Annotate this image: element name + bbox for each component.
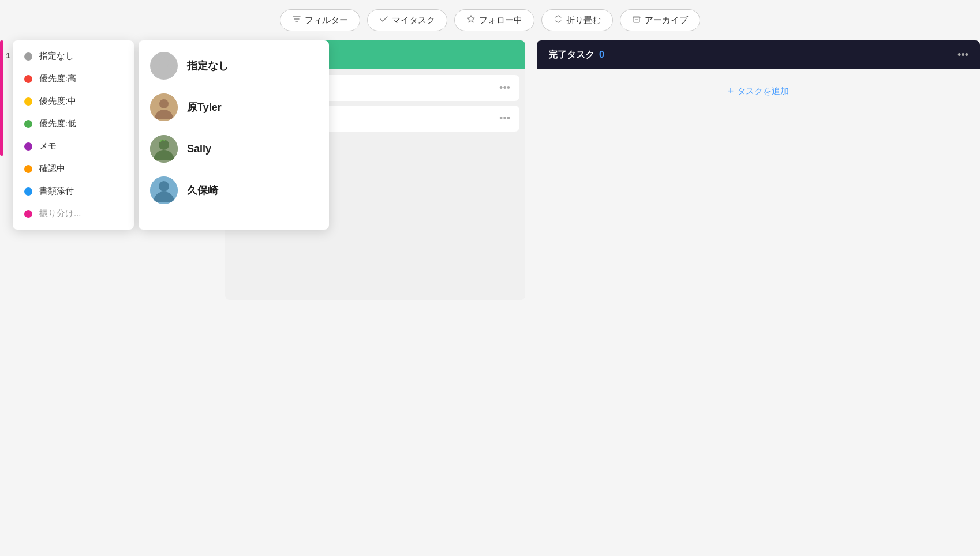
avatar-none: [150, 52, 178, 80]
star-icon: [466, 14, 476, 26]
follow-label: フォロー中: [479, 15, 522, 26]
person-item-kubosaki[interactable]: 久保崎: [139, 170, 329, 211]
right-column: 完了タスク 0 ••• + タスクを追加: [537, 40, 980, 300]
dropdown-container: 指定なし 優先度:高 優先度:中 優先度:低 メモ 確認中 書類添付 振り分け: [13, 40, 329, 230]
add-task-label: タスクを追加: [737, 86, 789, 97]
task-dots-2[interactable]: •••: [499, 112, 510, 125]
fold-icon: [553, 14, 563, 26]
person-name-kubosaki: 久保崎: [187, 183, 218, 197]
right-column-dots[interactable]: •••: [957, 49, 968, 61]
svg-point-7: [159, 181, 169, 191]
dot-high: [24, 75, 32, 83]
dot-memo: [24, 142, 32, 151]
avatar-kubosaki: [150, 176, 178, 204]
right-column-header: 完了タスク 0 •••: [537, 40, 980, 69]
dropdown-item-confirm[interactable]: 確認中: [13, 157, 134, 180]
add-task-plus-icon: +: [728, 85, 734, 97]
add-task-button[interactable]: + タスクを追加: [719, 81, 799, 102]
filter-label: フィルター: [305, 15, 348, 26]
svg-rect-0: [633, 17, 640, 18]
svg-point-5: [159, 140, 169, 150]
archive-label: アーカイブ: [645, 15, 688, 26]
dot-medium: [24, 97, 32, 106]
toolbar: フィルター マイタスク フォロー中 折り畳む: [0, 0, 980, 40]
dropdown-item-attach[interactable]: 書類添付: [13, 180, 134, 202]
archive-button[interactable]: アーカイブ: [620, 9, 700, 31]
label-confirm: 確認中: [39, 163, 65, 174]
label-medium: 優先度:中: [39, 96, 76, 107]
label-low: 優先度:低: [39, 118, 76, 129]
dot-none: [24, 52, 32, 61]
label-partial: 振り分け...: [39, 208, 81, 219]
completed-task-label: 完了タスク: [548, 49, 594, 61]
person-name-tyler: 原Tyler: [187, 100, 222, 114]
person-item-none[interactable]: 指定なし: [139, 45, 329, 87]
label-high: 優先度:高: [39, 73, 76, 84]
fold-label: 折り畳む: [566, 15, 601, 26]
right-column-body: + タスクを追加: [537, 69, 980, 300]
mytask-button[interactable]: マイタスク: [367, 9, 447, 31]
check-icon: [379, 14, 388, 26]
dot-low: [24, 120, 32, 128]
dropdown-item-medium[interactable]: 優先度:中: [13, 90, 134, 112]
mytask-label: マイタスク: [392, 15, 435, 26]
dropdown-item-none[interactable]: 指定なし: [13, 45, 134, 67]
right-column-title: 完了タスク 0: [548, 49, 604, 61]
person-name-none: 指定なし: [187, 59, 229, 73]
fold-button[interactable]: 折り畳む: [541, 9, 613, 31]
label-none: 指定なし: [39, 51, 74, 62]
label-memo: メモ: [39, 141, 57, 152]
svg-point-3: [159, 99, 169, 108]
filter-button[interactable]: フィルター: [280, 9, 360, 31]
dot-confirm: [24, 165, 32, 173]
dropdown-item-memo[interactable]: メモ: [13, 135, 134, 157]
archive-icon: [632, 14, 641, 26]
dropdown-item-partial[interactable]: 振り分け...: [13, 202, 134, 225]
dropdown-item-high[interactable]: 優先度:高: [13, 67, 134, 90]
left-dropdown: 指定なし 優先度:高 優先度:中 優先度:低 メモ 確認中 書類添付 振り分け: [13, 40, 134, 230]
label-attach: 書類添付: [39, 186, 74, 197]
dot-attach: [24, 187, 32, 196]
filter-icon: [292, 14, 301, 26]
dropdown-item-low[interactable]: 優先度:低: [13, 112, 134, 135]
task-dots-1[interactable]: •••: [499, 82, 510, 94]
person-name-sally: Sally: [187, 143, 211, 155]
right-dropdown: 指定なし 原Tyler: [139, 40, 329, 230]
dot-partial: [24, 210, 32, 218]
person-item-tyler[interactable]: 原Tyler: [139, 87, 329, 128]
follow-button[interactable]: フォロー中: [454, 9, 534, 31]
task-count-badge: 0: [599, 50, 604, 60]
avatar-tyler: [150, 93, 178, 121]
person-item-sally[interactable]: Sally: [139, 128, 329, 170]
avatar-sally: [150, 135, 178, 163]
